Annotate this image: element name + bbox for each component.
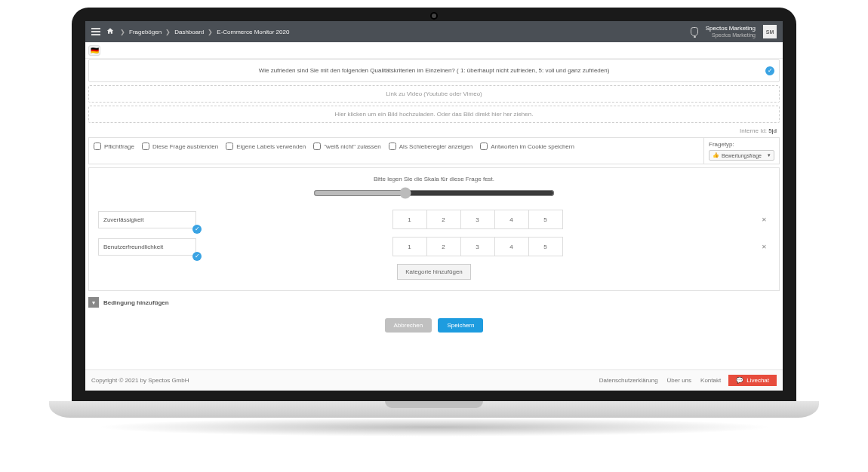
scale-range-slider[interactable] — [313, 187, 555, 199]
image-upload-dropzone[interactable]: Hier klicken um ein Bild hochzuladen. Od… — [88, 106, 780, 123]
bell-icon[interactable] — [691, 27, 698, 36]
checkbox-ausblenden[interactable]: Diese Frage ausblenden — [142, 143, 218, 150]
condition-label[interactable]: Bedingung hinzufügen — [103, 299, 169, 306]
app-header: ❯ Fragebögen ❯ Dashboard ❯ E-Commerce Mo… — [85, 21, 783, 42]
caret-down-icon: ▾ — [768, 152, 771, 158]
scale-cell[interactable]: 3 — [460, 210, 495, 229]
footer-link[interactable]: Kontakt — [700, 377, 721, 384]
toolbar: 🇩🇪 — [85, 42, 783, 59]
thumbs-up-icon: 👍 — [713, 152, 719, 158]
scale-cell[interactable]: 4 — [494, 210, 529, 229]
form-actions: Abbrechen Speichern — [88, 314, 780, 334]
scale-cells: 1 2 3 4 5 — [392, 210, 563, 229]
scale-editor: Bitte legen Sie die Skala für diese Frag… — [88, 167, 780, 291]
scale-cell[interactable]: 2 — [426, 237, 461, 256]
laptop-shadow — [94, 418, 774, 437]
fragetyp-label: Fragetyp: — [709, 141, 774, 148]
laptop-base — [49, 401, 819, 418]
checkbox-cookie[interactable]: Antworten im Cookie speichern — [480, 143, 574, 150]
add-category-button[interactable]: Kategorie hinzufügen — [397, 264, 471, 280]
laptop-camera — [430, 12, 438, 20]
flag-icon[interactable]: 🇩🇪 — [88, 45, 100, 56]
expand-condition-icon[interactable]: ▾ — [88, 297, 99, 308]
main-content: Wie zufrieden sind Sie mit den folgenden… — [85, 59, 783, 369]
question-title-box[interactable]: Wie zufrieden sind Sie mit den folgenden… — [88, 59, 780, 82]
user-org: Spectos Marketing — [706, 32, 756, 38]
internal-id-row: Interne Id: 5jd — [88, 126, 780, 134]
chevron-right-icon: ❯ — [165, 29, 171, 35]
user-menu[interactable]: Spectos Marketing Spectos Marketing — [706, 26, 756, 38]
checkbox-eigene-labels[interactable]: Eigene Labels verwenden — [226, 143, 306, 150]
scale-cell[interactable]: 1 — [392, 237, 427, 256]
category-name-input[interactable] — [98, 211, 196, 228]
breadcrumb-item[interactable]: Dashboard — [174, 29, 204, 35]
scale-cell[interactable]: 5 — [528, 237, 563, 256]
checkbox-weiss-nicht[interactable]: "weiß nicht" zulassen — [313, 143, 381, 150]
category-row: ✓ 1 2 3 4 5 ✕ — [98, 237, 770, 256]
livechat-button[interactable]: 💬 Livechat — [728, 375, 777, 386]
app-footer: Copyright © 2021 by Spectos GmbH Datensc… — [85, 369, 783, 391]
breadcrumb-item[interactable]: E-Commerce Monitor 2020 — [217, 29, 289, 35]
save-button[interactable]: Speichern — [438, 318, 483, 333]
avatar[interactable]: SM — [763, 25, 777, 38]
breadcrumb-item[interactable]: Fragebögen — [129, 29, 162, 35]
scale-cell[interactable]: 2 — [426, 210, 461, 229]
user-name: Spectos Marketing — [706, 26, 756, 32]
remove-category-icon[interactable]: ✕ — [759, 244, 770, 250]
internal-id-value: 5jd — [768, 127, 777, 134]
question-options: Pflichtfrage Diese Frage ausblenden Eige… — [88, 137, 780, 164]
chat-icon: 💬 — [736, 377, 743, 384]
checkbox-schieberegler[interactable]: Als Schieberegler anzeigen — [389, 143, 472, 150]
video-link-input[interactable]: Link zu Video (Youtube oder Vimeo) — [88, 85, 780, 103]
condition-row: ▾ Bedingung hinzufügen — [88, 294, 780, 311]
breadcrumb: ❯ Fragebögen ❯ Dashboard ❯ E-Commerce Mo… — [120, 29, 289, 35]
menu-icon[interactable] — [91, 26, 100, 37]
scale-cell[interactable]: 1 — [392, 210, 427, 229]
fragetyp-dropdown[interactable]: 👍 Bewertungsfrage ▾ — [709, 150, 774, 161]
home-icon[interactable] — [106, 27, 114, 36]
category-row: ✓ 1 2 3 4 5 ✕ — [98, 210, 770, 229]
footer-link[interactable]: Über uns — [667, 377, 691, 384]
scale-title: Bitte legen Sie die Skala für diese Frag… — [98, 176, 770, 182]
copyright-text: Copyright © 2021 by Spectos GmbH — [91, 377, 189, 384]
footer-link[interactable]: Datenschutzerklärung — [599, 377, 658, 384]
scale-cell[interactable]: 5 — [528, 210, 563, 229]
check-icon: ✓ — [192, 225, 202, 234]
scale-cell[interactable]: 4 — [494, 237, 529, 256]
cancel-button[interactable]: Abbrechen — [385, 318, 432, 333]
question-title-text: Wie zufrieden sind Sie mit den folgenden… — [259, 67, 610, 74]
remove-category-icon[interactable]: ✕ — [759, 216, 770, 223]
scale-cell[interactable]: 3 — [460, 237, 495, 256]
check-icon: ✓ — [765, 66, 774, 75]
internal-id-label: Interne Id: — [740, 127, 767, 134]
check-icon: ✓ — [192, 252, 202, 261]
category-name-input[interactable] — [98, 238, 196, 256]
checkbox-pflichtfrage[interactable]: Pflichtfrage — [94, 143, 134, 150]
chevron-right-icon: ❯ — [120, 29, 125, 35]
chevron-right-icon: ❯ — [208, 29, 213, 35]
scale-cells: 1 2 3 4 5 — [392, 237, 563, 256]
